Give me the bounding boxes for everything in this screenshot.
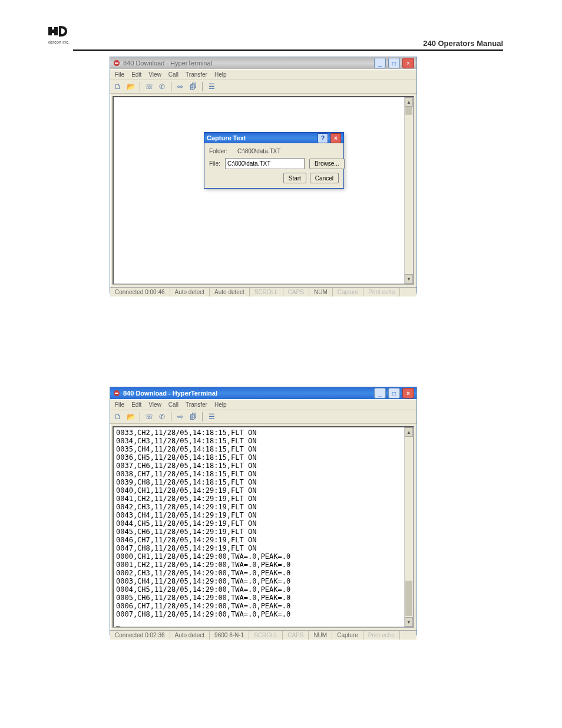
- terminal-area-1[interactable]: ▲ ▼: [113, 96, 414, 285]
- menu-file[interactable]: File: [114, 71, 125, 78]
- menu-view[interactable]: View: [147, 71, 163, 78]
- terminal-text: 0033,CH2,11/28/05,14:18:15,FLT ON 0034,C…: [114, 427, 413, 628]
- file-input[interactable]: [225, 158, 305, 169]
- status-bar-2: Connected 0:02:36 Auto detect 9600 8-N-1…: [110, 630, 416, 640]
- titlebar-2[interactable]: 840 Download - HyperTerminal _ □ ×: [110, 387, 416, 399]
- scroll-thumb[interactable]: [405, 581, 412, 616]
- detcon-logo: detcon inc.: [47, 24, 71, 42]
- menu-edit[interactable]: Edit: [130, 71, 143, 78]
- status-caps: CAPS: [283, 631, 309, 640]
- terminal-area-2[interactable]: 0033,CH2,11/28/05,14:18:15,FLT ON 0034,C…: [113, 426, 414, 628]
- status-printecho: Print echo: [363, 288, 400, 297]
- minimize-button[interactable]: _: [374, 58, 386, 68]
- status-scroll: SCROLL: [250, 288, 283, 297]
- folder-label: Folder:: [209, 148, 233, 154]
- toolbar-sep: [140, 412, 140, 421]
- call-icon[interactable]: ☏: [144, 81, 154, 92]
- page-title: 240 Operators Manual: [423, 39, 503, 48]
- status-connection: Connected 0:02:36: [110, 631, 170, 640]
- titlebar-1[interactable]: 840 Download - HyperTerminal _ □ ×: [110, 57, 416, 69]
- app-icon: [113, 59, 121, 67]
- status-printecho: Print echo: [363, 631, 400, 640]
- new-icon[interactable]: 🗋: [113, 81, 123, 92]
- properties-icon[interactable]: ☰: [206, 81, 217, 92]
- menu-call[interactable]: Call: [167, 401, 180, 409]
- folder-value: C:\800\data.TXT: [237, 148, 339, 154]
- status-autodetect: Auto detect: [170, 631, 210, 640]
- logo-text: detcon inc.: [47, 40, 71, 44]
- call-icon[interactable]: ☏: [144, 411, 154, 422]
- scroll-down-icon[interactable]: ▼: [405, 274, 413, 284]
- toolbar-sep: [202, 412, 203, 421]
- receive-icon[interactable]: 🗐: [188, 411, 199, 422]
- status-bar-1: Connected 0:00:46 Auto detect Auto detec…: [110, 287, 416, 297]
- hyperterminal-window-2: 840 Download - HyperTerminal _ □ × File …: [110, 387, 417, 635]
- dialog-title-text: Capture Text: [207, 134, 246, 141]
- menu-file[interactable]: File: [114, 401, 125, 409]
- start-button[interactable]: Start: [283, 173, 306, 183]
- browse-button[interactable]: Browse...: [309, 159, 345, 169]
- maximize-button[interactable]: □: [388, 388, 400, 398]
- status-num: NUM: [309, 288, 333, 297]
- menu-bar-1: File Edit View Call Transfer Help: [110, 69, 416, 80]
- toolbar-sep: [171, 412, 171, 421]
- disconnect-icon[interactable]: ✆: [157, 411, 167, 422]
- status-connection: Connected 0:00:46: [110, 288, 170, 297]
- receive-icon[interactable]: 🗐: [188, 81, 199, 92]
- status-capture: Capture: [333, 288, 364, 297]
- window-title-text: 840 Download - HyperTerminal: [123, 60, 212, 67]
- cancel-button[interactable]: Cancel: [310, 173, 339, 183]
- dialog-titlebar[interactable]: Capture Text ? ×: [204, 133, 343, 143]
- menu-view[interactable]: View: [147, 401, 163, 409]
- status-baud: 9600 8-N-1: [210, 631, 249, 640]
- status-num: NUM: [309, 631, 332, 640]
- send-icon[interactable]: ⇨: [175, 411, 186, 422]
- close-button[interactable]: ×: [402, 58, 414, 68]
- status-scroll: SCROLL: [249, 631, 283, 640]
- close-button[interactable]: ×: [402, 388, 414, 398]
- vertical-scrollbar[interactable]: ▲ ▼: [404, 427, 413, 627]
- open-icon[interactable]: 📂: [125, 81, 136, 92]
- vertical-scrollbar[interactable]: ▲ ▼: [404, 97, 413, 284]
- toolbar-sep: [140, 82, 140, 91]
- app-icon: [113, 389, 121, 397]
- svg-rect-6: [115, 393, 118, 394]
- status-autodetect: Auto detect: [170, 288, 210, 297]
- scroll-down-icon[interactable]: ▼: [405, 617, 413, 627]
- send-icon[interactable]: ⇨: [175, 81, 186, 92]
- menu-bar-2: File Edit View Call Transfer Help: [110, 399, 416, 410]
- header-rule: [73, 50, 503, 51]
- disconnect-icon[interactable]: ✆: [157, 81, 167, 92]
- menu-transfer[interactable]: Transfer: [184, 71, 209, 78]
- toolbar-sep: [202, 82, 203, 91]
- window-title-text: 840 Download - HyperTerminal: [123, 390, 217, 397]
- capture-text-dialog: Capture Text ? × Folder: C:\800\data.TXT…: [204, 132, 344, 189]
- svg-rect-0: [48, 27, 52, 35]
- menu-transfer[interactable]: Transfer: [184, 401, 209, 409]
- svg-rect-2: [52, 29, 55, 33]
- new-icon[interactable]: 🗋: [113, 411, 123, 422]
- dialog-close-button[interactable]: ×: [330, 133, 341, 143]
- file-label: File:: [209, 160, 220, 167]
- status-capture: Capture: [332, 631, 363, 640]
- menu-edit[interactable]: Edit: [130, 401, 143, 409]
- help-button[interactable]: ?: [318, 133, 328, 143]
- svg-rect-4: [115, 62, 118, 64]
- properties-icon[interactable]: ☰: [206, 411, 217, 422]
- toolbar-2: 🗋 📂 ☏ ✆ ⇨ 🗐 ☰: [110, 410, 416, 424]
- menu-call[interactable]: Call: [167, 71, 180, 78]
- toolbar-sep: [171, 82, 171, 91]
- menu-help[interactable]: Help: [213, 71, 228, 78]
- scroll-thumb[interactable]: [405, 107, 412, 115]
- status-caps: CAPS: [283, 288, 309, 297]
- minimize-button[interactable]: _: [374, 388, 386, 398]
- toolbar-1: 🗋 📂 ☏ ✆ ⇨ 🗐 ☰: [110, 80, 416, 94]
- status-autodetect2: Auto detect: [210, 288, 250, 297]
- scroll-up-icon[interactable]: ▲: [405, 97, 413, 107]
- scroll-up-icon[interactable]: ▲: [405, 427, 413, 437]
- open-icon[interactable]: 📂: [125, 411, 136, 422]
- maximize-button[interactable]: □: [388, 58, 400, 68]
- menu-help[interactable]: Help: [213, 401, 228, 409]
